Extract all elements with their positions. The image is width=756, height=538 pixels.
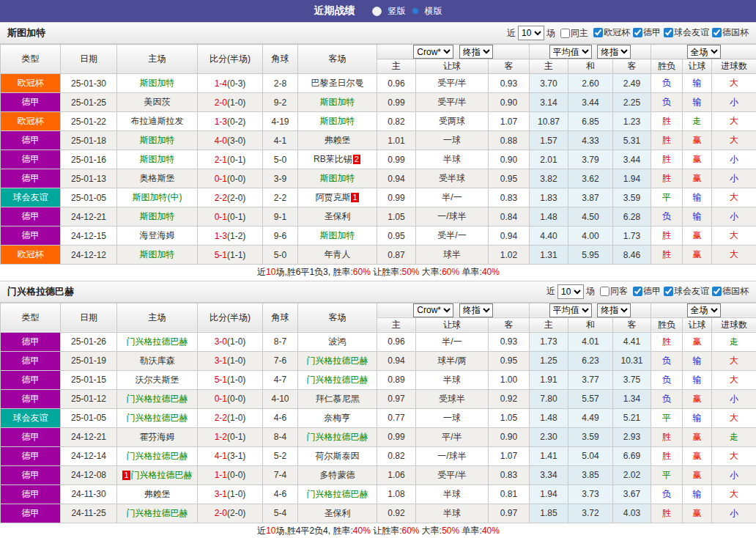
avg-draw: 5.95	[568, 246, 613, 265]
corner-score: 4-10	[263, 389, 298, 408]
odds-source-select[interactable]: Crow*	[413, 45, 453, 59]
league-checkbox[interactable]	[633, 28, 642, 37]
europe-odds-select[interactable]: 平均值	[549, 303, 592, 317]
match-row: 德甲25-01-15沃尔夫斯堡5-1(1-0)4-7门兴格拉德巴赫0.89半球1…	[1, 370, 756, 389]
europe-time-select[interactable]: 终指	[597, 303, 631, 317]
league-filter[interactable]: 德国杯	[712, 285, 749, 298]
odds-home: 0.96	[377, 332, 416, 351]
period-select[interactable]: 全场	[687, 45, 721, 59]
same-venue-checkbox[interactable]	[560, 29, 570, 38]
away-team-label: 门兴格拉德巴赫	[307, 432, 368, 442]
away-team: 拜仁慕尼黑	[298, 389, 377, 408]
away-team-label: 波鸿	[329, 336, 346, 347]
league-filter[interactable]: 德甲	[633, 26, 661, 39]
result-goals: 大	[712, 370, 756, 389]
league-badge: 德甲	[1, 427, 61, 446]
avg-away: 2.49	[613, 74, 651, 93]
vertical-layout-radio[interactable]	[372, 7, 382, 16]
odds-home: 0.77	[377, 408, 416, 427]
halftime-score: (0-1)	[227, 155, 245, 165]
odds-source-select[interactable]: Crow*	[413, 303, 453, 317]
match-date: 25-01-19	[61, 351, 117, 370]
result-goals: 大	[712, 446, 756, 465]
home-team-label: 门兴格拉德巴赫	[131, 470, 193, 480]
league-checkbox[interactable]	[712, 28, 722, 37]
halftime-score: (1-1)	[227, 250, 245, 260]
sub-col-handicap: 让球	[416, 317, 489, 332]
avg-home: 2.30	[530, 427, 568, 446]
result-outcome: 胜	[651, 332, 683, 351]
europe-time-select[interactable]: 终指	[597, 45, 631, 59]
league-filter[interactable]: 球会友谊	[664, 26, 709, 39]
odds-time-select[interactable]: 终指	[459, 303, 493, 317]
odds-home: 0.92	[377, 504, 416, 523]
league-checkbox[interactable]	[664, 287, 673, 296]
europe-odds-select[interactable]: 平均值	[549, 45, 592, 59]
summary-segment: 40%	[482, 526, 500, 536]
fulltime-score: 1-3	[215, 231, 227, 241]
league-badge: 德甲	[1, 131, 61, 150]
result-handicap: 输	[683, 93, 712, 112]
home-team-label: 斯图加特	[140, 78, 175, 88]
league-badge: 德甲	[1, 370, 61, 389]
odds-home: 0.96	[377, 74, 416, 93]
league-checkbox[interactable]	[633, 287, 642, 296]
away-team: 波鸿	[298, 332, 377, 351]
league-badge: 德甲	[1, 504, 61, 523]
avg-away: 2.93	[613, 427, 651, 446]
league-filter[interactable]: 德国杯	[712, 26, 749, 39]
match-row: 德甲25-01-25美因茨2-0(1-0)9-2斯图加特0.99受平/半0.90…	[1, 93, 756, 112]
halftime-score: (0-1)	[227, 432, 245, 442]
halftime-score: (1-0)	[227, 375, 245, 385]
fulltime-score: 0-1	[215, 174, 227, 184]
same-venue-checkbox[interactable]	[600, 287, 609, 296]
match-date: 25-01-16	[61, 150, 117, 169]
league-badge: 德甲	[1, 484, 61, 504]
league-filter[interactable]: 欧冠杯	[593, 26, 630, 39]
home-team: 门兴格拉德巴赫	[117, 389, 198, 408]
period-select[interactable]: 全场	[687, 303, 721, 317]
col-date: 日期	[61, 303, 117, 332]
league-badge: 球会友谊	[1, 408, 61, 427]
away-team-label: 斯图加特	[320, 97, 355, 107]
recent-count-select[interactable]: 10	[518, 26, 544, 40]
avg-home: 1.48	[530, 207, 568, 226]
avg-home: 1.85	[530, 504, 568, 523]
handicap-line: 受两球	[416, 112, 489, 131]
league-checkbox[interactable]	[593, 28, 603, 37]
odds-home: 0.89	[377, 370, 416, 389]
league-badge: 德甲	[1, 389, 61, 408]
odds-home: 0.97	[377, 389, 416, 408]
sub-col-avg-away: 客	[613, 317, 651, 332]
league-checkbox[interactable]	[664, 28, 673, 37]
handicap-line: 半球	[416, 504, 489, 523]
result-period-group: 全场	[651, 303, 756, 317]
summary: 近10场,胜4平2负4, 胜率:40% 让胜率:60% 大率:50% 单率:40…	[1, 523, 756, 538]
league-checkbox[interactable]	[712, 287, 722, 296]
sub-col-avg-draw: 和	[568, 59, 613, 74]
result-handicap: 赢	[683, 389, 712, 408]
league-filter[interactable]: 球会友谊	[664, 285, 709, 298]
avg-draw: 4.50	[568, 207, 613, 226]
summary-segment: 50%	[442, 526, 459, 536]
avg-home: 3.14	[530, 93, 568, 112]
odds-away: 1.05	[489, 408, 530, 427]
horizontal-layout-radio[interactable]	[412, 8, 418, 14]
league-filter[interactable]: 德甲	[633, 285, 661, 298]
sub-col-goals: 进球数	[712, 317, 756, 332]
home-team: 斯图加特	[117, 74, 198, 93]
score: 2-2(1-0)	[198, 408, 263, 427]
recent-count-select[interactable]: 10	[557, 284, 584, 299]
same-venue-filter[interactable]: 同客	[600, 285, 628, 298]
avg-home: 1.73	[530, 332, 568, 351]
match-date: 25-01-22	[61, 112, 117, 131]
rank-badge: 1	[122, 471, 130, 480]
result-goals: 小	[712, 504, 756, 523]
col-corner: 角球	[263, 303, 298, 332]
result-handicap: 赢	[683, 169, 712, 188]
same-venue-filter[interactable]: 同主	[560, 27, 588, 40]
match-date: 24-12-14	[61, 446, 117, 465]
handicap-line: 球半	[416, 246, 489, 265]
odds-time-select[interactable]: 终指	[459, 45, 493, 59]
odds-away: 0.84	[489, 207, 530, 226]
